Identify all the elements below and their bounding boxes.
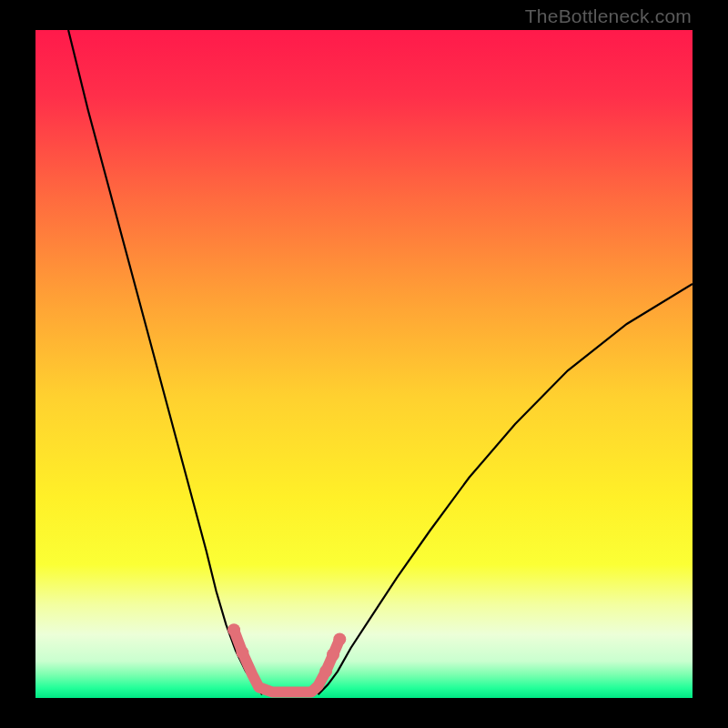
watermark-text: TheBottleneck.com	[525, 5, 692, 27]
chart-frame: TheBottleneck.com	[0, 0, 728, 728]
plot-background	[35, 30, 693, 698]
